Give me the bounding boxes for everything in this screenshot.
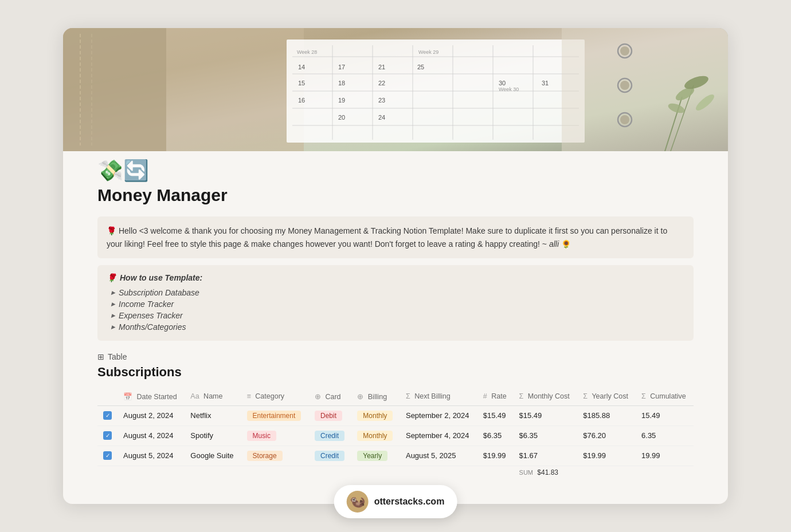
row2-monthly-cost: $6.35	[514, 425, 578, 446]
th-rate[interactable]: # Rate	[477, 388, 514, 406]
billing-icon: ⊕	[357, 393, 363, 401]
sum-row: SUM $41.83	[97, 466, 694, 481]
sigma-icon-4: Σ	[641, 392, 646, 400]
otter-emoji: 🦦	[350, 494, 365, 509]
subscriptions-table: 📅 Date Started Aa Name ≡ Category ⊕	[97, 388, 694, 481]
th-name[interactable]: Aa Name	[185, 388, 241, 406]
text-icon: Aa	[190, 392, 199, 400]
row2-cumulative: 6.35	[636, 425, 694, 446]
hero-image: Week 28 Week 29 Week 30 14 15 16 17 18 1…	[63, 28, 728, 151]
how-to-item-3[interactable]: Expenses Tracker	[111, 310, 684, 321]
watermark-bar: 🦦 otterstacks.com	[334, 485, 457, 518]
svg-point-40	[620, 115, 629, 124]
info-text: Hello <3 welcome & thank you for choosin…	[107, 226, 667, 248]
row2-checkbox[interactable]: ✓	[103, 431, 112, 440]
th-billing[interactable]: ⊕ Billing	[351, 388, 400, 406]
table-row: ✓ August 5, 2024 Google Suite Storage Cr…	[97, 446, 694, 466]
row3-monthly-cost: $1.67	[514, 446, 578, 466]
row1-next-billing: September 2, 2024	[400, 405, 477, 425]
row1-name[interactable]: Netflix	[185, 405, 241, 425]
author-name: alli	[549, 239, 559, 249]
th-yearly-cost[interactable]: Σ Yearly Cost	[577, 388, 636, 406]
row2-category-badge: Music	[247, 431, 276, 441]
row1-category-badge: Entertainment	[247, 411, 301, 421]
plus-circle-icon: ⊕	[315, 393, 321, 401]
row1-checkbox[interactable]: ✓	[103, 411, 112, 420]
svg-text:17: 17	[338, 64, 345, 70]
rose-icon-2: 🌹	[107, 273, 116, 282]
th-date-started[interactable]: 📅 Date Started	[118, 388, 185, 406]
table-view-label: Table	[108, 352, 127, 361]
row3-checkbox-cell[interactable]: ✓	[97, 446, 118, 466]
list-icon: ≡	[247, 392, 251, 400]
row2-card-badge: Credit	[315, 431, 344, 441]
table-icon: ⊞	[97, 352, 104, 361]
row2-rate: $6.35	[477, 425, 514, 446]
sum-monthly: SUM $41.83	[514, 466, 578, 481]
how-to-item-1[interactable]: Subscription Database	[111, 287, 684, 298]
row1-billing: Monthly	[351, 405, 400, 425]
subscriptions-title: Subscriptions	[97, 365, 694, 380]
svg-text:18: 18	[338, 80, 345, 86]
row3-name[interactable]: Google Suite	[185, 446, 241, 466]
th-monthly-cost[interactable]: Σ Monthly Cost	[514, 388, 578, 406]
svg-text:14: 14	[298, 64, 305, 70]
sigma-icon-1: Σ	[406, 392, 410, 400]
sigma-icon-3: Σ	[583, 392, 588, 400]
how-to-title: 🌹 How to use Template:	[107, 273, 684, 282]
th-next-billing[interactable]: Σ Next Billing	[400, 388, 477, 406]
row2-billing: Monthly	[351, 425, 400, 446]
svg-text:15: 15	[298, 80, 305, 86]
row1-yearly-cost: $185.88	[577, 405, 636, 425]
page-icon: 💸🔄	[97, 160, 149, 181]
svg-text:Week 29: Week 29	[418, 49, 438, 55]
page-title: Money Manager	[97, 186, 694, 205]
row3-category-badge: Storage	[247, 451, 283, 461]
page-wrapper: Week 28 Week 29 Week 30 14 15 16 17 18 1…	[63, 28, 728, 504]
row3-billing: Yearly	[351, 446, 400, 466]
watermark-text: otterstacks.com	[374, 496, 445, 507]
svg-text:25: 25	[417, 64, 424, 70]
row3-checkbox[interactable]: ✓	[103, 451, 112, 460]
svg-text:20: 20	[338, 114, 345, 121]
table-label: ⊞ Table	[97, 352, 694, 361]
th-category[interactable]: ≡ Category	[241, 388, 309, 406]
row1-monthly-cost: $15.49	[514, 405, 578, 425]
row1-billing-badge: Monthly	[357, 411, 393, 421]
row3-cumulative: 19.99	[636, 446, 694, 466]
table-row: ✓ August 2, 2024 Netflix Entertainment D…	[97, 405, 694, 425]
how-to-item-4[interactable]: Months/Categories	[111, 321, 684, 333]
svg-text:23: 23	[378, 97, 385, 104]
row3-card: Credit	[309, 446, 351, 466]
row2-billing-badge: Monthly	[357, 431, 393, 441]
otter-logo: 🦦	[347, 491, 369, 513]
how-to-heading: How to use Template:	[120, 273, 202, 282]
svg-point-36	[620, 46, 629, 56]
svg-point-38	[620, 81, 629, 90]
row2-next-billing: September 4, 2024	[400, 425, 477, 446]
svg-text:22: 22	[378, 80, 385, 86]
row3-date: August 5, 2024	[118, 446, 185, 466]
row2-yearly-cost: $76.20	[577, 425, 636, 446]
svg-text:31: 31	[542, 80, 549, 86]
row2-category: Music	[241, 425, 309, 446]
row2-name[interactable]: Spotify	[185, 425, 241, 446]
row1-cumulative: 15.49	[636, 405, 694, 425]
th-card[interactable]: ⊕ Card	[309, 388, 351, 406]
th-checkbox	[97, 388, 118, 406]
row3-next-billing: August 5, 2025	[400, 446, 477, 466]
row1-rate: $15.49	[477, 405, 514, 425]
row3-card-badge: Credit	[315, 451, 344, 461]
how-to-list: Subscription Database Income Tracker Exp…	[107, 287, 684, 333]
sigma-icon-2: Σ	[519, 392, 524, 400]
row3-rate: $19.99	[477, 446, 514, 466]
how-to-item-2[interactable]: Income Tracker	[111, 298, 684, 310]
author-emoji: 🌻	[561, 239, 571, 249]
th-cumulative[interactable]: Σ Cumulative	[636, 388, 694, 406]
rose-emoji: 🌹	[107, 226, 119, 235]
row1-checkbox-cell[interactable]: ✓	[97, 405, 118, 425]
row3-billing-badge: Yearly	[357, 451, 387, 461]
svg-text:Week 28: Week 28	[297, 49, 317, 55]
hash-icon: #	[483, 392, 487, 400]
row2-checkbox-cell[interactable]: ✓	[97, 425, 118, 446]
